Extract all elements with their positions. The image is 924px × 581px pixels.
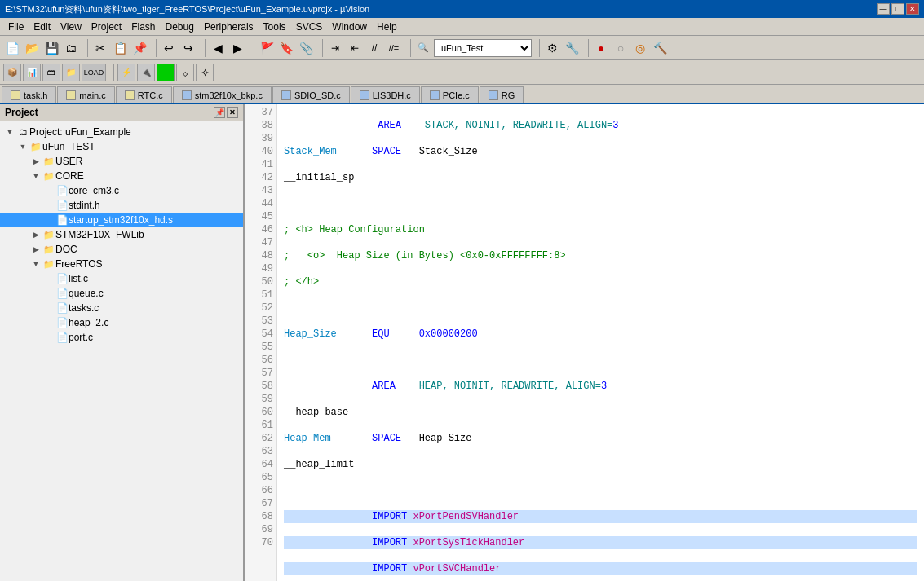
maximize-button[interactable]: □: [891, 3, 904, 15]
find-button[interactable]: //: [365, 39, 383, 57]
ufun-folder-icon: 📁: [29, 140, 42, 153]
build-button[interactable]: 🔨: [651, 39, 669, 57]
tree-core[interactable]: ▼ 📁 CORE: [0, 169, 243, 183]
t2-btn4[interactable]: 📁: [62, 64, 80, 81]
tree-queue-c[interactable]: 📄 queue.c: [0, 286, 243, 301]
tab-stm32f10x_bkp-c[interactable]: stm32f10x_bkp.c: [173, 86, 272, 103]
doc-expand-icon[interactable]: ▶: [29, 243, 42, 256]
tab-icon-PCIe-c: [430, 90, 440, 100]
t2-btn1[interactable]: 📦: [3, 64, 21, 81]
code-content[interactable]: AREA STACK, NOINIT, READWRITE, ALIGN=3 S…: [277, 104, 924, 581]
tab-RG[interactable]: RG: [480, 86, 524, 103]
stop-button[interactable]: ○: [612, 39, 630, 57]
t2-btn3[interactable]: 🗃: [42, 64, 60, 81]
redo-button[interactable]: ↪: [179, 39, 197, 57]
run-button[interactable]: ●: [592, 39, 610, 57]
tree-user[interactable]: ▶ 📁 USER: [0, 154, 243, 169]
tab-icon-task-h: [11, 90, 20, 100]
code-line-43: ; </h>: [284, 275, 917, 288]
tree-heap2-c[interactable]: 📄 heap_2.c: [0, 315, 243, 330]
stdint-file-icon: 📄: [55, 199, 69, 212]
code-line-46: [284, 354, 917, 367]
list-c-expand: [42, 272, 55, 285]
tab-LIS3DH-c[interactable]: LIS3DH.c: [351, 86, 420, 103]
open-file-button[interactable]: 📂: [23, 39, 41, 57]
menu-item-svcs[interactable]: SVCS: [291, 20, 328, 34]
bookmark-button[interactable]: 🚩: [258, 39, 276, 57]
menu-item-view[interactable]: View: [55, 20, 86, 34]
tree-root[interactable]: ▼ 🗂 Project: uFun_Example: [0, 125, 243, 139]
menu-item-edit[interactable]: Edit: [29, 20, 55, 34]
user-expand-icon[interactable]: ▶: [29, 155, 42, 168]
cut-button[interactable]: ✂: [91, 39, 109, 57]
pause-button[interactable]: ◎: [631, 39, 649, 57]
paste-button[interactable]: 📌: [130, 39, 148, 57]
target-dropdown[interactable]: uFun_Test: [434, 39, 532, 57]
menu-item-debug[interactable]: Debug: [161, 20, 199, 34]
tab-icon-RTC-c: [125, 90, 135, 100]
panel-controls: 📌 ✕: [214, 107, 238, 118]
prev-bookmark-button[interactable]: 🔖: [277, 39, 295, 57]
indent-button[interactable]: ⇥: [326, 39, 344, 57]
close-button[interactable]: ✕: [906, 3, 919, 15]
back-button[interactable]: ◀: [209, 39, 227, 57]
tree-freertos[interactable]: ▼ 📁 FreeRTOS: [0, 257, 243, 271]
code-editor[interactable]: 37 38 39 40 41 42 43 44 45 46 47 48 49 5…: [245, 104, 924, 581]
undo-button[interactable]: ↩: [160, 39, 178, 57]
title-text: E:\STM32\ufun资料\ufun资料\two_tiger_FreeRTO…: [5, 3, 877, 15]
settings2-button[interactable]: 🔧: [563, 39, 581, 57]
t2-btn7[interactable]: 🔌: [137, 64, 155, 81]
root-label: Project: uFun_Example: [29, 126, 131, 138]
port-c-expand: [42, 331, 55, 344]
menu-item-flash[interactable]: Flash: [126, 20, 160, 34]
tree-ufun-test[interactable]: ▼ 📁 uFun_TEST: [0, 139, 243, 154]
menu-item-tools[interactable]: Tools: [259, 20, 291, 34]
tab-RTC-c[interactable]: RTC.c: [116, 86, 172, 103]
tab-task-h[interactable]: task.h: [2, 86, 56, 103]
tree-port-c[interactable]: 📄 port.c: [0, 330, 243, 345]
tree-fwlib[interactable]: ▶ 📁 STM32F10X_FWLib: [0, 227, 243, 242]
fwlib-expand-icon[interactable]: ▶: [29, 228, 42, 241]
t2-btn5[interactable]: LOAD: [82, 64, 106, 81]
menu-item-peripherals[interactable]: Peripherals: [199, 20, 259, 34]
save-button[interactable]: 💾: [42, 39, 60, 57]
menu-item-file[interactable]: File: [3, 20, 29, 34]
t2-btn9[interactable]: ⬦: [176, 64, 194, 81]
tree-core-cm3[interactable]: 📄 core_cm3.c: [0, 183, 243, 198]
menu-item-project[interactable]: Project: [86, 20, 126, 34]
replace-button[interactable]: //=: [385, 39, 403, 57]
tree-doc[interactable]: ▶ 📁 DOC: [0, 242, 243, 257]
debug-button[interactable]: 🔍: [414, 39, 432, 57]
tree-stdint[interactable]: 📄 stdint.h: [0, 198, 243, 213]
next-bookmark-button[interactable]: 📎: [297, 39, 315, 57]
forward-button[interactable]: ▶: [228, 39, 246, 57]
tree-list-c[interactable]: 📄 list.c: [0, 271, 243, 286]
tree-startup[interactable]: 📄 startup_stm32f10x_hd.s: [0, 213, 243, 227]
tab-label-task-h: task.h: [24, 90, 47, 100]
menu-item-help[interactable]: Help: [372, 20, 402, 34]
t2-btn6[interactable]: ⚡: [117, 64, 135, 81]
tab-SDIO_SD-c[interactable]: SDIO_SD.c: [272, 86, 350, 103]
panel-pin-button[interactable]: 📌: [214, 107, 225, 118]
freertos-expand-icon[interactable]: ▼: [29, 257, 42, 271]
tree-tasks-c[interactable]: 📄 tasks.c: [0, 301, 243, 315]
settings1-button[interactable]: ⚙: [543, 39, 561, 57]
tab-PCIe-c[interactable]: PCIe.c: [421, 86, 479, 103]
separator6: [406, 39, 411, 57]
doc-label: DOC: [55, 244, 77, 255]
startup-expand: [42, 213, 55, 227]
outdent-button[interactable]: ⇤: [346, 39, 364, 57]
t2-btn2[interactable]: 📊: [23, 64, 41, 81]
panel-close-button[interactable]: ✕: [227, 107, 238, 118]
copy-button[interactable]: 📋: [111, 39, 129, 57]
t2-btn8[interactable]: [157, 64, 175, 81]
root-expand-icon[interactable]: ▼: [3, 125, 16, 139]
save-all-button[interactable]: 🗂: [62, 39, 80, 57]
minimize-button[interactable]: —: [877, 3, 890, 15]
t2-btn10[interactable]: ⟡: [196, 64, 214, 81]
new-file-button[interactable]: 📄: [3, 39, 21, 57]
core-expand-icon[interactable]: ▼: [29, 169, 42, 183]
menu-item-window[interactable]: Window: [327, 20, 372, 34]
tab-main-c[interactable]: main.c: [57, 86, 114, 103]
ufun-expand-icon[interactable]: ▼: [16, 140, 29, 153]
